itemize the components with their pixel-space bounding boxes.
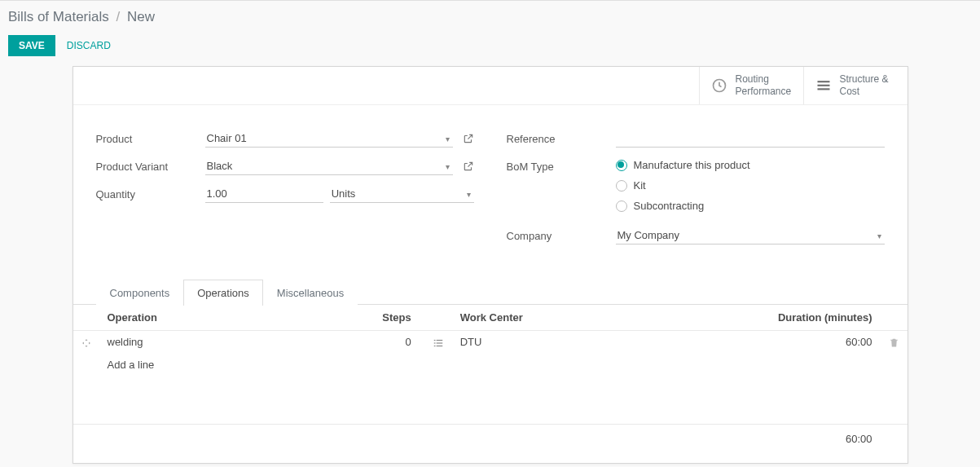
quantity-unit-input[interactable] (330, 185, 474, 203)
cell-operation[interactable]: welding (99, 331, 322, 354)
radio-manufacture-label: Manufacture this product (634, 159, 750, 171)
company-input[interactable] (616, 227, 885, 245)
breadcrumb: Bills of Materials / New (8, 9, 972, 25)
routing-label-1: Routing (736, 73, 792, 86)
radio-kit-label: Kit (634, 179, 646, 192)
variant-label: Product Variant (96, 157, 205, 173)
col-operation: Operation (99, 305, 322, 331)
col-steps: Steps (322, 305, 420, 331)
svg-rect-7 (436, 342, 442, 343)
tab-operations[interactable]: Operations (183, 280, 263, 306)
structure-cost-button[interactable]: Structure & Cost (803, 67, 907, 104)
delete-row-icon[interactable] (881, 331, 907, 354)
svg-rect-1 (817, 81, 829, 82)
svg-rect-5 (436, 339, 442, 340)
total-row: 60:00 (73, 425, 907, 454)
routing-performance-button[interactable]: Routing Performance (699, 67, 803, 104)
bom-type-label: BoM Type (507, 157, 616, 173)
list-icon[interactable] (433, 336, 444, 348)
svg-rect-2 (817, 85, 829, 86)
operations-table: Operation Steps Work Center Duration (mi… (73, 305, 907, 453)
bars-icon (815, 77, 832, 94)
drag-handle-icon[interactable] (73, 331, 99, 354)
product-label: Product (96, 130, 205, 145)
routing-label-2: Performance (736, 86, 792, 98)
quantity-input[interactable] (205, 185, 323, 203)
breadcrumb-parent[interactable]: Bills of Materials (8, 9, 109, 24)
breadcrumb-separator: / (116, 9, 121, 24)
save-button[interactable]: SAVE (8, 35, 55, 56)
variant-input[interactable] (205, 157, 453, 175)
radio-kit[interactable]: Kit (616, 179, 885, 192)
structure-label-1: Structure & (840, 73, 889, 86)
tab-miscellaneous[interactable]: Miscellaneous (263, 280, 358, 306)
add-line-link[interactable]: Add a line (108, 359, 155, 371)
discard-button[interactable]: DISCARD (67, 40, 111, 51)
product-input[interactable] (205, 130, 453, 148)
quantity-label: Quantity (96, 185, 205, 200)
reference-input[interactable] (616, 130, 885, 148)
company-label: Company (507, 227, 616, 242)
tab-components[interactable]: Components (96, 280, 184, 306)
svg-rect-6 (433, 342, 435, 343)
structure-label-2: Cost (840, 86, 889, 98)
radio-icon (616, 160, 627, 171)
col-workcenter: Work Center (452, 305, 718, 331)
external-link-icon[interactable] (463, 133, 474, 144)
cell-workcenter[interactable]: DTU (452, 331, 718, 354)
clock-icon (711, 77, 727, 94)
radio-sub-label: Subcontracting (634, 200, 705, 212)
table-row[interactable]: welding 0 DTU 60:00 (73, 331, 907, 354)
cell-steps[interactable]: 0 (322, 331, 420, 354)
radio-icon (616, 180, 627, 192)
svg-rect-4 (433, 339, 435, 340)
radio-icon (616, 200, 627, 212)
radio-subcontracting[interactable]: Subcontracting (616, 200, 885, 212)
table-row: Add a line (73, 354, 907, 376)
radio-manufacture[interactable]: Manufacture this product (616, 159, 885, 171)
external-link-icon[interactable] (463, 161, 474, 172)
svg-rect-3 (817, 88, 829, 90)
cell-duration[interactable]: 60:00 (718, 331, 881, 354)
reference-label: Reference (507, 130, 616, 145)
svg-rect-9 (436, 345, 442, 346)
tab-bar: Components Operations Miscellaneous (96, 279, 907, 305)
svg-rect-8 (433, 345, 435, 346)
total-duration: 60:00 (718, 425, 881, 454)
breadcrumb-current: New (127, 9, 155, 24)
form-sheet: Routing Performance Structure & Cost Pro… (73, 66, 908, 464)
col-duration: Duration (minutes) (718, 305, 881, 331)
bom-type-radio-group: Manufacture this product Kit Subcontract… (616, 157, 885, 212)
